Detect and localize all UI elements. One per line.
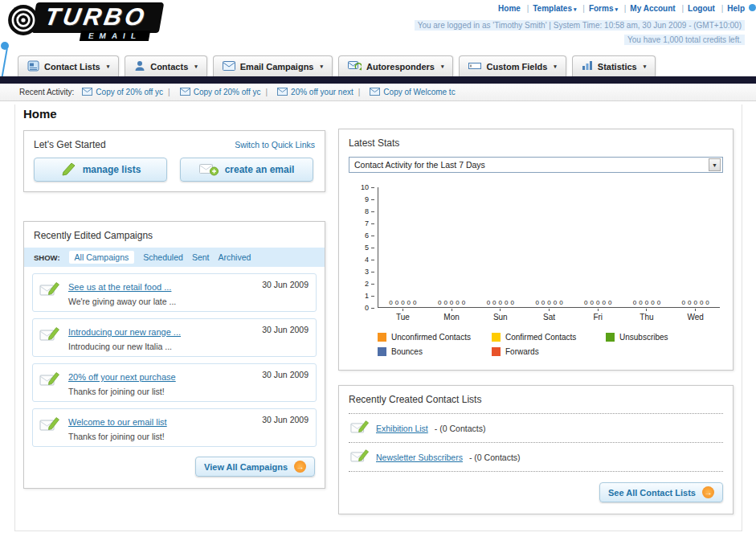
filter-archived[interactable]: Archived: [218, 252, 251, 262]
arrow-right-icon: →: [294, 461, 306, 473]
contact-list-item[interactable]: Newsletter Subscribers - (0 Contacts): [349, 443, 723, 472]
dropdown-caret-icon: ▾: [441, 64, 444, 70]
filter-sent[interactable]: Sent: [192, 252, 210, 262]
manage-lists-label: manage lists: [83, 164, 141, 175]
legend-item: Forwards: [492, 347, 606, 356]
filter-all-campaigns[interactable]: All Campaigns: [69, 251, 135, 264]
chart-day-labels: TueMonSunSatFriThuWed: [378, 308, 720, 322]
legend-label: Confirmed Contacts: [505, 333, 576, 342]
legend-swatch: [492, 347, 501, 356]
y-axis-tick: 1: [339, 293, 374, 299]
legend-swatch: [492, 333, 501, 342]
y-axis-tick: 2: [339, 281, 374, 287]
x-axis-label: Wed: [671, 308, 720, 322]
chart-zero-rows: 00000000000000000000000000000000000: [378, 299, 720, 306]
page-title: Home: [23, 107, 57, 121]
logo-subtitle: EMAIL: [80, 31, 150, 41]
nav-link-logout[interactable]: Logout: [688, 4, 715, 13]
arrow-right-icon: →: [702, 486, 714, 498]
y-axis-tick: 8: [339, 208, 374, 215]
contacts-icon: [134, 60, 145, 73]
recent-activity-item[interactable]: 20% off your next: [265, 88, 353, 97]
dropdown-caret-icon: ▾: [554, 64, 557, 70]
nav-link-home[interactable]: Home: [498, 4, 521, 13]
chart-value-group: 00000: [574, 299, 623, 306]
tab-statistics[interactable]: Statistics ▾: [572, 55, 656, 76]
tab-label: Email Campaigns: [240, 62, 314, 72]
custom-fields-icon: [468, 61, 481, 72]
logo-title: TURBO: [31, 2, 164, 33]
recent-activity-link[interactable]: Copy of Welcome tc: [383, 88, 455, 96]
tab-contacts[interactable]: Contacts ▾: [125, 55, 207, 76]
header-right: Home Templates▾ Forms▾ My Account Logout…: [415, 4, 745, 46]
legend-label: Unconfirmed Contacts: [391, 333, 471, 342]
campaign-subtitle: Introducing our new Italia ...: [68, 342, 259, 351]
legend-swatch: [378, 347, 386, 356]
recent-activity-item[interactable]: Copy of 20% off yc: [82, 88, 163, 97]
switch-to-quick-links[interactable]: Switch to Quick Links: [235, 140, 315, 150]
contact-list-item[interactable]: Exhibition List - (0 Contacts): [349, 413, 723, 443]
envelope-pencil-icon: [39, 416, 60, 436]
logo-text: TURBO EMAIL: [34, 2, 161, 41]
legend-swatch: [606, 333, 615, 342]
mail-icon: [82, 88, 92, 97]
app-logo[interactable]: TURBO EMAIL: [6, 2, 161, 41]
campaign-row[interactable]: 20% off your next purchase Thanks for jo…: [32, 363, 317, 402]
campaign-title-link[interactable]: 20% off your next purchase: [68, 372, 176, 382]
nav-link-templates[interactable]: Templates: [533, 4, 572, 13]
y-axis-tick: 5: [339, 244, 374, 251]
recent-activity-link[interactable]: 20% off your next: [291, 88, 353, 96]
nav-link-forms[interactable]: Forms: [589, 4, 614, 13]
chart-value-group: 00000: [378, 299, 427, 306]
envelope-pencil-icon: [39, 371, 60, 391]
stats-activity-select[interactable]: Contact Activity for the Last 7 Days ▼: [349, 157, 723, 173]
dropdown-caret-icon: ▾: [615, 6, 618, 12]
tab-autoresponders[interactable]: Autoresponders ▾: [338, 55, 453, 76]
campaign-title-link[interactable]: Introducing our new range ...: [68, 327, 181, 337]
view-all-campaigns-button[interactable]: View All Campaigns →: [195, 457, 315, 477]
filter-scheduled[interactable]: Scheduled: [143, 252, 183, 262]
contact-list-link[interactable]: Newsletter Subscribers: [376, 453, 463, 462]
chart-value-group: 00000: [623, 299, 672, 306]
campaign-title-link[interactable]: See us at the retail food ...: [68, 282, 171, 292]
login-status-text: You are logged in as 'Timothy Smith' | S…: [415, 20, 745, 31]
chart-legend: Unconfirmed ContactsConfirmed ContactsUn…: [378, 333, 733, 362]
y-axis-tick: 9: [339, 196, 374, 203]
recent-activity-link[interactable]: Copy of 20% off yc: [96, 88, 163, 96]
main-nav-tabs: Contact Lists ▾ Contacts ▾ Email Campaig…: [18, 55, 656, 76]
recent-activity-item[interactable]: Copy of 20% off yc: [168, 88, 260, 97]
tab-custom-fields[interactable]: Custom Fields ▾: [459, 55, 566, 76]
legend-item: Unsubscribes: [606, 333, 720, 342]
stats-select-value: Contact Activity for the Last 7 Days: [354, 160, 485, 170]
campaigns-panel-title: Recently Edited Campaigns: [24, 222, 325, 248]
y-axis-tick: 10: [339, 184, 374, 191]
chart-value-group: 00000: [525, 299, 574, 306]
nav-link-help[interactable]: Help: [727, 4, 745, 13]
show-label: SHOW:: [34, 253, 60, 262]
statistics-icon: [582, 60, 593, 72]
recent-activity-link[interactable]: Copy of 20% off yc: [194, 88, 261, 96]
create-email-button[interactable]: create an email: [180, 158, 313, 182]
select-arrow-icon: ▼: [709, 158, 721, 171]
see-all-contact-lists-button[interactable]: See All Contact Lists →: [599, 482, 723, 502]
legend-item: Bounces: [378, 347, 492, 356]
manage-lists-button[interactable]: manage lists: [34, 158, 167, 182]
mail-icon: [370, 88, 380, 97]
legend-label: Forwards: [505, 347, 539, 356]
contact-list-count: - (0 Contacts): [469, 453, 521, 462]
campaign-row[interactable]: Introducing our new range ... Introducin…: [32, 318, 317, 357]
legend-label: Bounces: [391, 347, 423, 356]
tab-contact-lists[interactable]: Contact Lists ▾: [18, 55, 119, 76]
page: TURBO EMAIL Home Templates▾ Forms▾ My Ac…: [0, 0, 756, 549]
recent-activity-item[interactable]: Copy of Welcome tc: [358, 88, 456, 97]
dropdown-caret-icon: ▾: [194, 64, 198, 70]
tab-email-campaigns[interactable]: Email Campaigns ▾: [213, 55, 333, 76]
envelope-pencil-icon: [350, 449, 370, 465]
campaign-title-link[interactable]: Welcome to our email list: [68, 417, 167, 427]
envelope-plus-icon: [199, 162, 219, 178]
campaign-row[interactable]: See us at the retail food ... We're givi…: [32, 273, 317, 312]
nav-link-my-account[interactable]: My Account: [630, 4, 675, 13]
contact-list-link[interactable]: Exhibition List: [376, 424, 428, 433]
get-started-panel: Let's Get Started Switch to Quick Links …: [23, 130, 325, 192]
campaign-row[interactable]: Welcome to our email list Thanks for joi…: [32, 408, 317, 447]
